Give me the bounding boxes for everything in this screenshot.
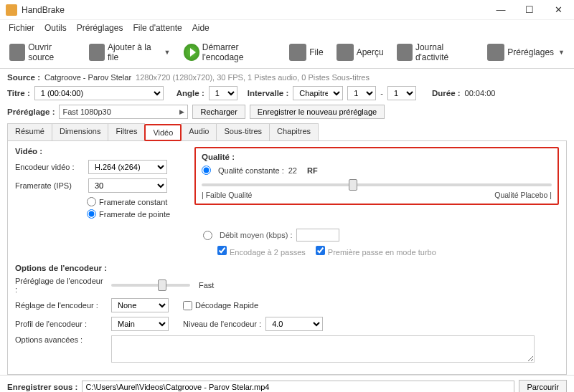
encoder-tune-select[interactable]: None bbox=[111, 298, 169, 312]
video-panel: Vidéo : Encodeur vidéo : H.264 (x264) Fr… bbox=[7, 141, 567, 375]
save-preset-button[interactable]: Enregistrer le nouveau préréglage bbox=[250, 105, 385, 119]
fps-select[interactable]: 30 bbox=[88, 178, 167, 193]
tab-filtres[interactable]: Filtres bbox=[108, 123, 145, 140]
tab-audio[interactable]: Audio bbox=[181, 123, 217, 140]
interval-label: Intervalle : bbox=[248, 89, 289, 97]
reload-preset-button[interactable]: Recharger bbox=[192, 105, 245, 119]
source-details: 1280x720 (1280x720), 30 FPS, 1 Pistes au… bbox=[136, 73, 370, 82]
enc-tune-label: Réglage de l'encodeur : bbox=[15, 301, 107, 310]
cq-units: RF bbox=[307, 166, 318, 175]
chevron-down-icon: ▼ bbox=[558, 49, 565, 56]
quality-header: Qualité : bbox=[202, 153, 552, 161]
preset-picker[interactable]: Fast 1080p30▶ bbox=[59, 105, 188, 119]
browse-button[interactable]: Parcourir bbox=[519, 380, 567, 392]
activity-log-button[interactable]: Journal d'activité bbox=[392, 39, 480, 66]
enc-profile-label: Profil de l'encodeur : bbox=[15, 320, 107, 328]
minimize-button[interactable]: — bbox=[486, 1, 515, 19]
bitrate-input[interactable] bbox=[296, 229, 339, 242]
open-source-button[interactable]: Ouvrir source bbox=[4, 39, 81, 66]
app-icon bbox=[6, 4, 17, 16]
quality-slider[interactable] bbox=[202, 183, 552, 186]
fps-label: Framerate (IPS) bbox=[15, 181, 84, 190]
encoder-select[interactable]: H.264 (x264) bbox=[88, 160, 167, 174]
encoder-label: Encodeur vidéo : bbox=[15, 163, 84, 171]
tab-video[interactable]: Vidéo bbox=[144, 124, 182, 141]
source-label: Source : bbox=[7, 73, 40, 82]
avg-bitrate-radio[interactable] bbox=[203, 231, 212, 240]
preview-button[interactable]: Aperçu bbox=[331, 40, 389, 64]
chapter-to-select[interactable]: 1 bbox=[387, 86, 416, 100]
play-icon bbox=[184, 44, 199, 61]
titlebar: HandBrake — ☐ ✕ bbox=[0, 0, 574, 20]
video-header: Vidéo : bbox=[15, 147, 187, 156]
log-icon bbox=[397, 44, 413, 61]
duration-label: Durée : bbox=[432, 89, 461, 97]
advanced-opts-input[interactable] bbox=[111, 335, 535, 363]
chevron-down-icon: ▼ bbox=[164, 49, 171, 56]
interval-type-select[interactable]: Chapitres bbox=[293, 86, 343, 100]
quality-low-label: | Faible Qualité bbox=[202, 191, 252, 199]
queue-icon bbox=[289, 44, 306, 61]
presets-icon bbox=[487, 44, 504, 61]
toolbar: Ouvrir source Ajouter à la file▼ Démarre… bbox=[0, 36, 574, 69]
source-name: Catgroove - Parov Stelar bbox=[44, 73, 131, 82]
duration-value: 00:04:00 bbox=[465, 89, 496, 97]
output-path-input[interactable] bbox=[82, 381, 514, 392]
encoder-level-select[interactable]: 4.0 bbox=[265, 317, 323, 331]
pfr-radio[interactable] bbox=[87, 209, 96, 219]
title-label: Titre : bbox=[7, 89, 30, 97]
queue-button[interactable]: File bbox=[284, 40, 328, 64]
enc-preset-value: Fast bbox=[199, 281, 214, 290]
fast-decode-checkbox[interactable] bbox=[183, 301, 192, 310]
advanced-opts-label: Options avancées : bbox=[15, 335, 107, 344]
output-row: Enregistrer sous : Parcourir bbox=[0, 375, 574, 392]
pfr-radio-row[interactable]: Framerate de pointe bbox=[87, 209, 187, 219]
menu-aide[interactable]: Aide bbox=[188, 21, 214, 34]
window-title: HandBrake bbox=[22, 5, 486, 15]
constant-quality-radio[interactable] bbox=[202, 166, 211, 175]
chapter-from-select[interactable]: 1 bbox=[347, 86, 376, 100]
preset-row: Préréglage : Fast 1080p30▶ Recharger Enr… bbox=[7, 105, 567, 119]
encoder-preset-slider[interactable] bbox=[111, 284, 190, 287]
angle-select[interactable]: 1 bbox=[209, 86, 237, 100]
menubar: Fichier Outils Préréglages File d'attent… bbox=[0, 20, 574, 36]
close-button[interactable]: ✕ bbox=[544, 1, 573, 19]
add-queue-icon bbox=[89, 44, 105, 61]
bitrate-label: Débit moyen (kbps) : bbox=[220, 231, 292, 239]
quality-box: Qualité : Qualité constante : 22 RF | Fa… bbox=[194, 147, 559, 205]
menu-prereglages[interactable]: Préréglages bbox=[72, 21, 128, 34]
quality-high-label: Qualité Placebo | bbox=[494, 191, 552, 199]
range-sep: - bbox=[380, 89, 383, 97]
preview-icon bbox=[337, 44, 354, 61]
tab-resume[interactable]: Résumé bbox=[7, 123, 52, 140]
encoder-profile-select[interactable]: Main bbox=[111, 317, 169, 331]
presets-button[interactable]: Préréglages▼ bbox=[482, 40, 570, 64]
two-pass-checkbox[interactable] bbox=[217, 246, 227, 255]
tab-dimensions[interactable]: Dimensions bbox=[52, 123, 108, 140]
output-label: Enregistrer sous : bbox=[7, 383, 77, 391]
cfr-radio[interactable] bbox=[87, 197, 96, 206]
start-encode-button[interactable]: Démarrer l'encodage bbox=[179, 39, 282, 66]
menu-file-dattente[interactable]: File d'attente bbox=[128, 21, 186, 34]
menu-outils[interactable]: Outils bbox=[40, 21, 71, 34]
turbo-first-pass-checkbox[interactable] bbox=[316, 246, 325, 255]
film-icon bbox=[9, 44, 25, 61]
cq-label: Qualité constante : bbox=[218, 166, 284, 175]
tab-soustitres[interactable]: Sous-titres bbox=[216, 123, 270, 140]
encoder-opts-header: Options de l'encodeur : bbox=[15, 264, 559, 272]
cfr-radio-row[interactable]: Framerate constant bbox=[87, 197, 187, 206]
tabs-bar: Résumé Dimensions Filtres Vidéo Audio So… bbox=[7, 123, 567, 141]
title-row: Titre : 1 (00:04:00) Angle : 1 Intervall… bbox=[7, 86, 567, 100]
tab-chapitres[interactable]: Chapitres bbox=[269, 123, 319, 140]
enc-level-label: Niveau de l'encodeur : bbox=[183, 320, 261, 328]
enc-preset-label: Préréglage de l'encodeur : bbox=[15, 277, 107, 294]
preset-label: Préréglage : bbox=[7, 107, 55, 116]
cq-value: 22 bbox=[288, 166, 297, 175]
add-to-queue-button[interactable]: Ajouter à la file▼ bbox=[84, 39, 176, 66]
title-select[interactable]: 1 (00:04:00) bbox=[34, 86, 164, 100]
source-row: Source : Catgroove - Parov Stelar 1280x7… bbox=[7, 73, 567, 82]
maximize-button[interactable]: ☐ bbox=[515, 1, 544, 19]
angle-label: Angle : bbox=[177, 89, 204, 97]
chevron-right-icon: ▶ bbox=[179, 108, 184, 115]
menu-fichier[interactable]: Fichier bbox=[4, 21, 39, 34]
